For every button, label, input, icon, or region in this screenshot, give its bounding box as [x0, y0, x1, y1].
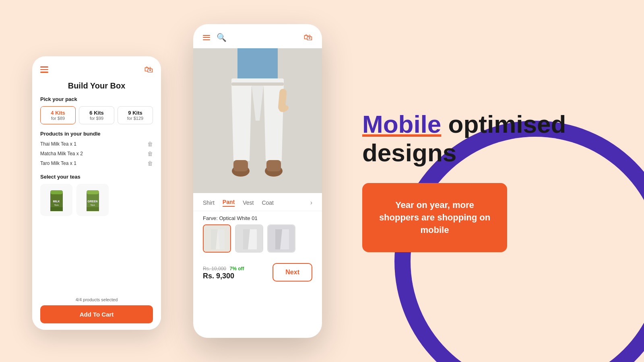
pack-4kits-price: for $89	[42, 116, 74, 121]
promo-text: Year on year, more shoppers are shopping…	[377, 199, 493, 236]
headline-optimised-word: optimised	[441, 110, 566, 138]
bundle-label: Products in your bundle	[40, 131, 153, 137]
add-to-cart-button[interactable]: Add To Cart	[40, 305, 153, 323]
bundle-items: Thai Milk Tea x 1 🗑 Matcha Milk Tea x 2 …	[40, 141, 153, 170]
product-tabs: Shirt Pant Vest Coat ›	[193, 193, 322, 211]
bundle-item-3: Taro Milk Tea x 1 🗑	[40, 160, 153, 167]
price-current: Rs. 9,300	[203, 272, 244, 280]
price-bar: Rs. 10,000 7% off Rs. 9,300 Next	[193, 258, 322, 288]
phone-left-inner: 🛍 Build Your Box Pick your pack 4 Kits f…	[32, 56, 161, 330]
pack-section-label: Pick your pack	[40, 96, 153, 102]
headline: Mobile optimised designs	[362, 110, 612, 167]
headline-designs-word: designs	[362, 139, 456, 167]
svg-rect-16	[266, 160, 281, 171]
tabs-arrow-icon[interactable]: ›	[310, 199, 312, 206]
svg-rect-11	[237, 48, 278, 80]
trash-icon-3[interactable]: 🗑	[147, 160, 153, 167]
swatch-3-img	[268, 225, 295, 253]
swatch-3[interactable]	[267, 224, 295, 253]
bundle-item-3-name: Taro Milk Tea x 1	[40, 160, 76, 166]
svg-rect-6	[87, 190, 99, 194]
farve-label: Farve: Optical White 01	[193, 211, 322, 224]
center-phone-nav: 🔍 🛍	[193, 24, 322, 48]
pack-6kits-label: 6 Kits	[81, 110, 112, 116]
svg-text:TEA: TEA	[54, 204, 59, 206]
price-discount: 7% off	[230, 266, 244, 272]
svg-text:MILK: MILK	[53, 200, 60, 203]
next-button[interactable]: Next	[272, 263, 312, 282]
svg-rect-1	[50, 190, 63, 194]
svg-rect-7	[87, 207, 99, 211]
bundle-item-2-name: Matcha Milk Tea x 2	[40, 151, 83, 156]
svg-rect-2	[50, 207, 63, 211]
headline-mobile-word: Mobile	[362, 110, 441, 138]
tea-can-2-svg: GREEN TEA	[84, 187, 102, 213]
right-content: Mobile optimised designs Year on year, m…	[322, 110, 612, 253]
page-content: 🛍 Build Your Box Pick your pack 4 Kits f…	[0, 0, 644, 362]
tab-coat[interactable]: Coat	[262, 200, 274, 206]
swatch-2-img	[236, 225, 263, 253]
tab-pant[interactable]: Pant	[223, 199, 235, 207]
product-image-area	[193, 48, 322, 193]
tea-can-1-svg: MILK TEA	[47, 187, 66, 213]
pack-9kits-price: for $129	[120, 116, 151, 121]
build-your-box-title: Build Your Box	[40, 81, 153, 90]
tab-shirt[interactable]: Shirt	[203, 200, 215, 206]
center-bag-icon[interactable]: 🛍	[303, 32, 312, 43]
tea-products: MILK TEA GREEN TEA	[40, 184, 153, 216]
bundle-item-1: Thai Milk Tea x 1 🗑	[40, 141, 153, 147]
pack-9kits-label: 9 Kits	[120, 110, 151, 116]
trash-icon-1[interactable]: 🗑	[147, 141, 153, 147]
color-swatches	[193, 224, 322, 258]
swatch-1-img	[204, 225, 231, 253]
price-original: Rs. 10,000	[203, 266, 226, 272]
pack-6kits-price: for $99	[81, 116, 112, 121]
pack-options: 4 Kits for $89 6 Kits for $99 9 Kits for…	[40, 106, 153, 124]
phone-left: 🛍 Build Your Box Pick your pack 4 Kits f…	[32, 56, 161, 330]
svg-text:GREEN: GREEN	[87, 200, 97, 203]
trash-icon-2[interactable]: 🗑	[147, 150, 153, 157]
selected-count: 4/4 products selected	[40, 297, 153, 302]
svg-text:TEA: TEA	[90, 204, 95, 206]
svg-rect-17	[231, 82, 284, 86]
bag-icon[interactable]: 🛍	[144, 64, 153, 75]
center-search-icon[interactable]: 🔍	[217, 33, 227, 42]
left-phone-nav: 🛍	[40, 64, 153, 75]
pack-option-6kits[interactable]: 6 Kits for $99	[79, 106, 114, 124]
promo-card: Year on year, more shoppers are shopping…	[362, 183, 507, 252]
pack-option-4kits[interactable]: 4 Kits for $89	[40, 106, 76, 124]
tea-product-1[interactable]: MILK TEA	[40, 184, 72, 216]
phone-center: 🔍 🛍	[193, 24, 322, 338]
swatch-2[interactable]	[235, 224, 263, 253]
phone-footer: 4/4 products selected Add To Cart	[32, 294, 161, 330]
pack-4kits-label: 4 Kits	[42, 110, 74, 116]
price-info: Rs. 10,000 7% off Rs. 9,300	[203, 265, 244, 280]
hamburger-icon[interactable]	[40, 66, 48, 73]
price-row: Rs. 10,000 7% off	[203, 265, 244, 272]
bundle-item-2: Matcha Milk Tea x 2 🗑	[40, 150, 153, 157]
center-hamburger-icon[interactable]	[203, 35, 210, 40]
tea-product-2[interactable]: GREEN TEA	[76, 184, 109, 216]
bundle-item-1-name: Thai Milk Tea x 1	[40, 141, 76, 147]
tab-vest[interactable]: Vest	[243, 200, 254, 206]
swatch-1[interactable]	[203, 224, 231, 253]
pants-product-image	[193, 48, 322, 193]
svg-rect-14	[233, 160, 248, 171]
teas-label: Select your teas	[40, 174, 153, 180]
pack-option-9kits[interactable]: 9 Kits for $129	[118, 106, 153, 124]
